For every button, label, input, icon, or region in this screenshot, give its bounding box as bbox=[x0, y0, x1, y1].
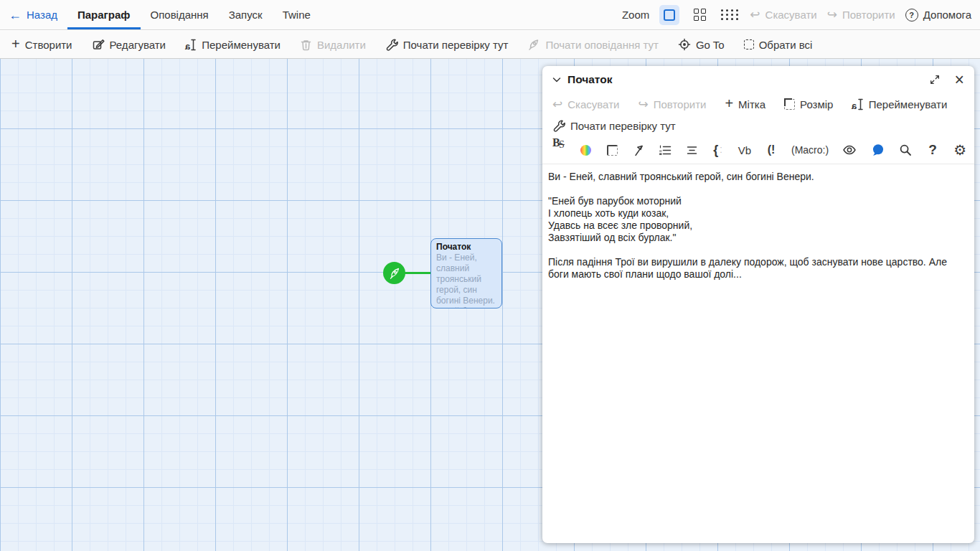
align-center-icon bbox=[686, 144, 698, 156]
zoom-100-button[interactable] bbox=[659, 5, 679, 25]
editor-test-from-here-button[interactable]: Почати перевірку тут bbox=[552, 119, 676, 132]
zoom-25-button[interactable] bbox=[720, 5, 740, 25]
zoom-medium-icon bbox=[694, 9, 706, 21]
passage-node-start[interactable]: Початок Ви - Еней, славний троянський ге… bbox=[430, 238, 502, 309]
zoom-small-icon bbox=[721, 9, 739, 21]
list-button[interactable] bbox=[659, 143, 672, 157]
help-button[interactable]: ? Допомога bbox=[905, 9, 971, 22]
editor-undo-label: Скасувати bbox=[567, 98, 619, 110]
editor-test-from-here-label: Почати перевірку тут bbox=[570, 120, 676, 132]
tab-twine-label: Twine bbox=[283, 9, 311, 21]
wrench-icon bbox=[385, 38, 398, 51]
dialog-header: Початок × bbox=[542, 66, 974, 93]
gear-icon: ⚙ bbox=[953, 143, 966, 157]
maximize-icon[interactable] bbox=[929, 74, 941, 85]
undo-button[interactable]: ↩ Скасувати bbox=[750, 9, 816, 21]
size-label: Розмір bbox=[800, 98, 833, 110]
start-connector-line bbox=[402, 272, 432, 274]
redo-button[interactable]: ↪ Повторити bbox=[827, 9, 895, 21]
select-all-label: Обрати всі bbox=[759, 39, 813, 51]
numbered-list-icon bbox=[659, 144, 672, 156]
tab-passage[interactable]: Параграф bbox=[67, 0, 141, 29]
start-story-here-button[interactable]: Почати оповідання тут bbox=[527, 38, 659, 51]
undo-label: Скасувати bbox=[765, 9, 817, 21]
border-icon bbox=[607, 145, 618, 156]
columns-button[interactable]: { ⁚ bbox=[712, 143, 725, 157]
tab-story-label: Оповідання bbox=[151, 9, 209, 21]
redo-label: Повторити bbox=[842, 9, 895, 21]
text-style-button[interactable]: B S bbox=[552, 143, 565, 157]
goto-button[interactable]: Go To bbox=[678, 38, 725, 51]
zoom-large-icon bbox=[664, 9, 675, 21]
rename-label: Перейменувати bbox=[202, 39, 281, 51]
rocket-icon bbox=[527, 38, 540, 51]
search-icon bbox=[899, 143, 912, 156]
tab-build[interactable]: Запуск bbox=[219, 0, 273, 29]
dialog-title: Початок bbox=[567, 73, 612, 86]
help-label: Допомога bbox=[923, 9, 971, 21]
rename-icon: a bbox=[185, 39, 197, 51]
close-icon[interactable]: × bbox=[955, 72, 964, 88]
editor-rename-label: Перейменувати bbox=[869, 98, 948, 110]
passage-node-title: Початок bbox=[436, 242, 496, 253]
editor-rename-button[interactable]: a Перейменувати bbox=[852, 98, 947, 110]
redo-icon: ↪ bbox=[638, 98, 648, 110]
rename-icon: a bbox=[852, 98, 863, 110]
preview-button[interactable] bbox=[842, 143, 857, 157]
back-button[interactable]: ← Назад bbox=[9, 0, 57, 29]
create-passage-button[interactable]: + Створити bbox=[11, 38, 72, 51]
edit-passage-button[interactable]: Редагувати bbox=[92, 38, 166, 51]
test-from-here-button[interactable]: Почати перевірку тут bbox=[385, 38, 509, 51]
zoom-50-button[interactable] bbox=[689, 5, 710, 25]
macro-button[interactable]: (Macro:) bbox=[791, 144, 829, 156]
size-icon bbox=[784, 99, 795, 110]
editor-redo-button[interactable]: ↪ Повторити bbox=[638, 98, 706, 110]
passage-node-excerpt: Ви - Еней, славний троянський герой, син… bbox=[436, 253, 496, 309]
verbatim-button[interactable]: Vb bbox=[738, 143, 751, 157]
flag-icon bbox=[633, 144, 645, 156]
start-story-here-label: Почати оповідання тут bbox=[545, 39, 659, 51]
tab-twine[interactable]: Twine bbox=[273, 0, 321, 29]
back-label: Назад bbox=[27, 9, 57, 21]
topbar-right-group: Zoom ↩ Скасувати ↪ Повторити ? Допомога bbox=[622, 0, 971, 29]
delete-passage-button[interactable]: Видалити bbox=[300, 39, 366, 51]
undo-icon: ↩ bbox=[552, 98, 562, 110]
edit-label: Редагувати bbox=[110, 39, 166, 51]
redo-icon: ↪ bbox=[827, 9, 837, 21]
editor-help-button[interactable]: ? bbox=[926, 143, 939, 157]
color-button[interactable] bbox=[579, 143, 592, 157]
question-icon: ? bbox=[928, 142, 937, 158]
plus-icon: + bbox=[11, 37, 20, 51]
test-from-here-label: Почати перевірку тут bbox=[403, 39, 509, 51]
eye-icon bbox=[842, 143, 857, 156]
chevron-down-icon[interactable] bbox=[552, 77, 561, 83]
editor-redo-label: Повторити bbox=[654, 98, 707, 110]
alignment-button[interactable] bbox=[685, 143, 698, 157]
dialog-test-row: Почати перевірку тут bbox=[542, 113, 974, 138]
goto-target-icon bbox=[678, 38, 691, 51]
editor-undo-button[interactable]: ↩ Скасувати bbox=[552, 98, 619, 110]
size-button[interactable]: Розмір bbox=[784, 98, 833, 110]
select-all-icon bbox=[744, 39, 754, 50]
add-tag-label: Мітка bbox=[738, 98, 765, 110]
comments-button[interactable] bbox=[871, 143, 885, 157]
passage-text-area[interactable]: Ви - Еней, славний троянський герой, син… bbox=[542, 164, 974, 543]
select-all-button[interactable]: Обрати всі bbox=[744, 39, 813, 51]
editor-settings-button[interactable]: ⚙ bbox=[953, 143, 966, 157]
color-wheel-icon bbox=[580, 145, 591, 156]
passage-toolbar: + Створити Редагувати a Перейменувати Ви… bbox=[0, 31, 980, 59]
tab-story[interactable]: Оповідання bbox=[141, 0, 219, 29]
trash-icon bbox=[300, 39, 312, 51]
add-tag-button[interactable]: + Мітка bbox=[725, 98, 765, 110]
zoom-label: Zoom bbox=[622, 9, 649, 21]
plus-icon: + bbox=[725, 96, 733, 110]
find-button[interactable] bbox=[899, 143, 912, 157]
top-bar: ← Назад Параграф Оповідання Запуск Twine… bbox=[0, 0, 980, 30]
rename-passage-button[interactable]: a Перейменувати bbox=[185, 39, 281, 51]
border-button[interactable] bbox=[606, 143, 618, 157]
pencil-icon bbox=[92, 38, 105, 51]
start-rocket-icon bbox=[387, 266, 402, 281]
dialog-action-row: ↩ Скасувати ↪ Повторити + Мітка Розмір a… bbox=[542, 93, 974, 113]
link-button[interactable] bbox=[632, 143, 645, 157]
changer-button[interactable]: (! bbox=[765, 143, 778, 157]
